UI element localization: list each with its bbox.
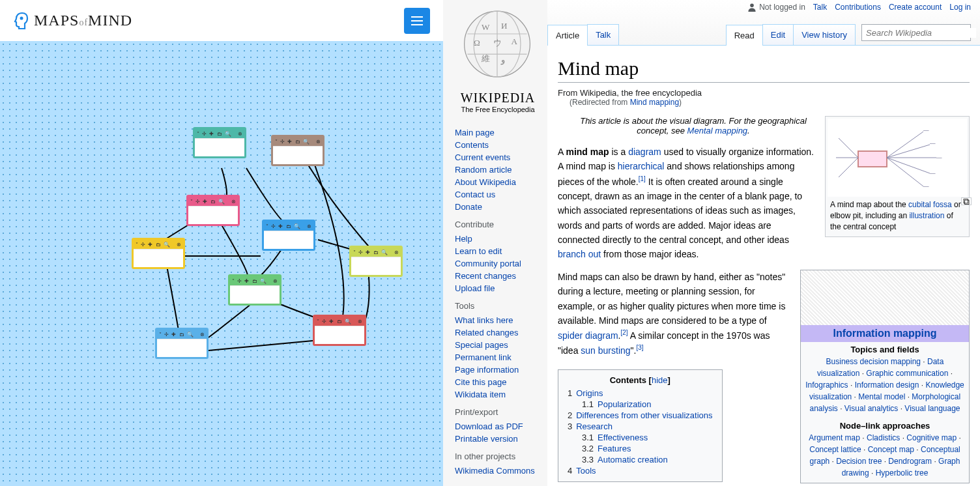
toc-item[interactable]: 1.1Popularization: [568, 399, 713, 410]
sidebar-nav-link[interactable]: Download as PDF: [455, 420, 541, 433]
navbox-link[interactable]: Cladistics: [867, 433, 900, 442]
navbox-link[interactable]: Concept lattice: [809, 445, 861, 454]
sidebar-nav-link[interactable]: Permanent link: [455, 351, 541, 364]
sidebar-nav-link[interactable]: Learn to edit: [455, 245, 541, 257]
navbox-link[interactable]: Cognitive map: [906, 433, 957, 442]
navbox-link[interactable]: Concept map: [868, 445, 914, 454]
contributions-link[interactable]: Contributions: [835, 3, 881, 12]
navbox-link[interactable]: Dendrogram: [888, 457, 932, 466]
navbox-link[interactable]: Information design: [855, 380, 919, 390]
mindmap-node[interactable]: ˅ ✢ ✚ 🗀 🔍⊗: [262, 220, 315, 251]
sidebar-nav-link[interactable]: Upload file: [455, 282, 541, 294]
navbox-link[interactable]: Visual analytics: [844, 404, 899, 413]
ref-2[interactable]: [2]: [621, 329, 628, 336]
sidebar-nav-link[interactable]: Community portal: [455, 257, 541, 270]
table-of-contents: Contents [hide] 1Origins1.1Popularizatio…: [558, 369, 723, 482]
redirect-notice: (Redirected from Mind mapping): [558, 98, 970, 107]
mindmap-node[interactable]: ˅ ✢ ✚ 🗀 🔍⊗: [186, 195, 240, 226]
sidebar-nav-link[interactable]: Help: [455, 233, 541, 245]
svg-line-23: [839, 158, 858, 177]
nav-tools-heading: Tools: [455, 301, 541, 311]
tab-history[interactable]: View history: [793, 24, 856, 45]
redirect-link[interactable]: Mind mapping: [630, 98, 679, 107]
sidebar-nav-link[interactable]: Page information: [455, 364, 541, 376]
toc-item[interactable]: 1Origins: [568, 388, 713, 399]
navbox-link[interactable]: Mental model: [858, 392, 905, 401]
svg-text:A: A: [512, 36, 518, 46]
hatnote-link[interactable]: Mental mapping: [687, 126, 748, 136]
hamburger-menu-button[interactable]: [404, 8, 430, 34]
wiki-search-box[interactable]: [861, 24, 971, 41]
tab-read[interactable]: Read: [726, 25, 763, 46]
wikipedia-globe-icon[interactable]: WИ ΩウA 維و: [455, 7, 540, 85]
create-account-link[interactable]: Create account: [889, 3, 942, 12]
nav-tools: What links hereRelated changesSpecial pa…: [455, 314, 541, 401]
expand-icon[interactable]: ⧉: [961, 197, 972, 205]
toc-item[interactable]: 4Tools: [568, 465, 713, 476]
navbox-image[interactable]: [801, 270, 969, 325]
sidebar-nav-link[interactable]: Printable version: [455, 433, 541, 445]
mindmap-node[interactable]: ˅ ✢ ✚ 🗀 🔍⊗: [193, 127, 246, 158]
sidebar-nav-link[interactable]: Current events: [455, 151, 541, 164]
sidebar-nav-link[interactable]: Main page: [455, 126, 541, 139]
sidebar-nav-link[interactable]: About Wikipedia: [455, 176, 541, 188]
mindmap-node[interactable]: ˅ ✢ ✚ 🗀 🔍⊗: [349, 246, 403, 277]
svg-point-4: [750, 3, 754, 7]
toc-item[interactable]: 3.3Automatic creation: [568, 454, 713, 465]
link-branch-out[interactable]: branch out: [558, 249, 601, 259]
navbox-link[interactable]: Graphic communication: [866, 369, 948, 378]
tab-edit[interactable]: Edit: [762, 24, 794, 45]
mapsofmind-panel: MAPSofMIND ˅ ✢ ✚ 🗀 🔍⊗ ˅ ✢: [0, 0, 443, 486]
navbox-group-links: Business decision mapping · Data visuali…: [801, 356, 969, 418]
toc-item[interactable]: 3Research: [568, 421, 713, 432]
caption-link[interactable]: illustration: [909, 211, 944, 220]
link-diagram[interactable]: diagram: [628, 147, 661, 157]
talk-link[interactable]: Talk: [813, 3, 827, 12]
svg-rect-15: [858, 151, 887, 167]
tab-article[interactable]: Article: [547, 25, 588, 46]
link-spider-diagram[interactable]: spider diagram: [558, 330, 618, 341]
navbox-link[interactable]: Visual language: [904, 404, 960, 413]
sidebar-nav-link[interactable]: What links here: [455, 314, 541, 326]
svg-rect-1: [411, 16, 423, 18]
mindmap-node[interactable]: ˅ ✢ ✚ 🗀 🔍⊗: [271, 135, 324, 166]
caption-link[interactable]: cubital fossa: [908, 200, 952, 209]
mindmap-node[interactable]: ˅ ✢ ✚ 🗀 🔍⊗: [313, 315, 366, 346]
mindmap-node[interactable]: ˅ ✢ ✚ 🗀 🔍⊗: [155, 328, 209, 359]
ref-3[interactable]: [3]: [636, 344, 643, 351]
sidebar-nav-link[interactable]: Wikimedia Commons: [455, 465, 541, 477]
link-sun-bursting[interactable]: sun bursting: [581, 345, 630, 356]
toc-item[interactable]: 3.1Effectiveness: [568, 432, 713, 443]
link-hierarchical[interactable]: hierarchical: [618, 161, 665, 171]
navbox-link[interactable]: Hyperbolic tree: [876, 468, 929, 478]
sidebar-nav-link[interactable]: Recent changes: [455, 270, 541, 282]
not-logged-in-label: Not logged in: [747, 3, 805, 12]
sidebar-nav-link[interactable]: Random article: [455, 164, 541, 176]
navbox-title: Information mapping: [801, 325, 969, 342]
mindmap-canvas[interactable]: ˅ ✢ ✚ 🗀 🔍⊗ ˅ ✢ ✚ 🗀 🔍⊗ ˅ ✢ ✚ 🗀 🔍⊗ ˅ ✢ ✚ 🗀…: [0, 41, 443, 486]
navbox-link[interactable]: Business decision mapping: [826, 357, 921, 366]
navbox-link[interactable]: Argument map: [809, 433, 860, 442]
sidebar-nav-link[interactable]: Related changes: [455, 326, 541, 339]
ref-1[interactable]: [1]: [639, 175, 646, 182]
search-input[interactable]: [866, 28, 976, 38]
thumbnail-image[interactable]: ────── ────: [828, 119, 967, 197]
toc-item[interactable]: 2Differences from other visualizations: [568, 410, 713, 421]
sidebar-nav-link[interactable]: Wikidata item: [455, 388, 541, 401]
head-profile-icon: [13, 12, 29, 30]
mom-logo[interactable]: MAPSofMIND: [13, 12, 132, 30]
login-link[interactable]: Log in: [949, 3, 971, 12]
sidebar-nav-link[interactable]: Special pages: [455, 339, 541, 351]
navbox-link[interactable]: Decision tree: [836, 457, 882, 466]
sidebar-nav-link[interactable]: Contact us: [455, 188, 541, 201]
mindmap-node[interactable]: ˅ ✢ ✚ 🗀 🔍⊗: [228, 274, 281, 306]
toc-hide-toggle[interactable]: hide: [652, 375, 668, 385]
mindmap-node[interactable]: ˅ ✢ ✚ 🗀 🔍⊗: [132, 238, 185, 269]
sidebar-nav-link[interactable]: Contents: [455, 139, 541, 151]
wikipedia-tagline: The Free Encyclopedia: [455, 106, 541, 113]
sidebar-nav-link[interactable]: Cite this page: [455, 376, 541, 388]
navbox-link[interactable]: Infographics: [805, 380, 848, 390]
sidebar-nav-link[interactable]: Donate: [455, 201, 541, 213]
toc-item[interactable]: 3.2Features: [568, 443, 713, 454]
tab-talk[interactable]: Talk: [587, 24, 619, 45]
